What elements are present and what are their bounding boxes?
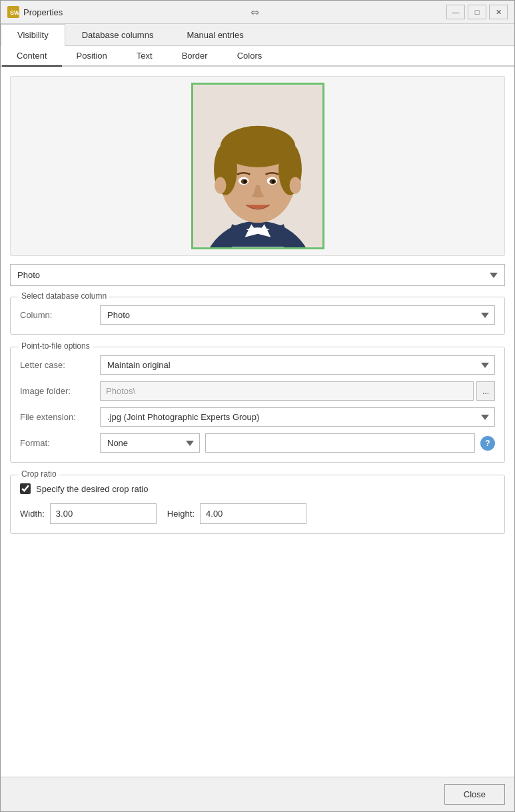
tab-border[interactable]: Border: [167, 46, 223, 67]
person-photo: [193, 83, 322, 249]
column-control: Photo: [100, 305, 495, 325]
file-extension-dropdown[interactable]: .jpg (Joint Photographic Experts Group) …: [100, 407, 495, 427]
svg-point-16: [215, 177, 226, 193]
title-bar-left: SW Properties: [7, 6, 63, 18]
properties-window: SW Properties ⇔ — □ ✕ Visibility Databas…: [0, 0, 515, 812]
tab-content[interactable]: Content: [2, 46, 62, 67]
image-folder-label: Image folder:: [20, 386, 100, 396]
footer: Close: [1, 777, 514, 811]
content-area: Photo Select database column Column: Pho…: [1, 67, 514, 777]
crop-ratio-section: Crop ratio Specify the desired crop rati…: [10, 475, 505, 534]
height-label: Height:: [167, 509, 195, 519]
help-icon[interactable]: ?: [480, 436, 495, 451]
point-to-file-label: Point-to-file options: [19, 341, 93, 351]
window-title: Properties: [23, 7, 63, 17]
photo-type-dropdown[interactable]: Photo: [10, 264, 505, 286]
db-column-section: Select database column Column: Photo: [10, 297, 505, 335]
tab-text[interactable]: Text: [122, 46, 167, 67]
crop-checkbox-label: Specify the desired crop ratio: [36, 484, 148, 494]
column-label: Column:: [20, 310, 100, 320]
letter-case-control: Maintain original Uppercase Lowercase: [100, 355, 495, 375]
image-folder-input[interactable]: [100, 381, 474, 401]
file-extension-row: File extension: .jpg (Joint Photographic…: [20, 407, 495, 427]
top-tab-bar: Visibility Database columns Manual entri…: [1, 24, 514, 46]
width-input[interactable]: [50, 503, 157, 524]
close-button[interactable]: Close: [444, 784, 505, 805]
title-move-area: ⇔: [63, 6, 446, 19]
height-input[interactable]: [200, 503, 306, 524]
height-group: Height:: [167, 503, 306, 524]
tab-top-database-columns[interactable]: Database columns: [65, 24, 171, 45]
letter-case-label: Letter case:: [20, 360, 100, 370]
image-folder-row: Image folder: ...: [20, 381, 495, 401]
content-spacer: [10, 542, 505, 767]
width-label: Width:: [20, 509, 45, 519]
db-column-section-label: Select database column: [19, 291, 109, 301]
close-window-button[interactable]: ✕: [489, 5, 508, 19]
maximize-button[interactable]: □: [468, 5, 486, 19]
tab-top-manual-entries[interactable]: Manual entries: [170, 24, 260, 45]
format-label: Format:: [20, 438, 100, 448]
browse-button[interactable]: ...: [476, 381, 495, 401]
tab-colors[interactable]: Colors: [223, 46, 277, 67]
svg-text:SW: SW: [10, 9, 19, 16]
crop-checkbox[interactable]: [20, 483, 31, 494]
file-extension-control: .jpg (Joint Photographic Experts Group) …: [100, 407, 495, 427]
crop-checkbox-row: Specify the desired crop ratio: [20, 483, 495, 494]
dimension-row: Width: Height:: [20, 503, 495, 524]
svg-point-14: [243, 180, 246, 183]
column-dropdown[interactable]: Photo: [100, 305, 495, 325]
svg-point-15: [272, 180, 274, 183]
tab-top-visibility[interactable]: Visibility: [1, 24, 65, 46]
bottom-tab-bar: Content Position Text Border Colors: [1, 46, 514, 67]
format-text-input[interactable]: [205, 433, 475, 453]
move-icon: ⇔: [251, 6, 259, 19]
letter-case-row: Letter case: Maintain original Uppercase…: [20, 355, 495, 375]
column-row: Column: Photo: [20, 305, 495, 325]
width-group: Width:: [20, 503, 157, 524]
minimize-button[interactable]: —: [446, 5, 465, 19]
format-control: None ?: [100, 433, 495, 453]
file-extension-label: File extension:: [20, 412, 100, 422]
format-row: Format: None ?: [20, 433, 495, 453]
point-to-file-section: Point-to-file options Letter case: Maint…: [10, 347, 505, 463]
photo-type-row: Photo: [10, 264, 505, 286]
photo-preview: [191, 83, 324, 249]
title-bar: SW Properties ⇔ — □ ✕: [1, 1, 514, 24]
format-dropdown[interactable]: None: [100, 433, 200, 453]
crop-ratio-label: Crop ratio: [19, 469, 59, 479]
svg-point-17: [289, 177, 300, 193]
app-icon: SW: [7, 6, 19, 18]
image-folder-control: ...: [100, 381, 495, 401]
title-controls: — □ ✕: [446, 5, 508, 19]
tab-position[interactable]: Position: [62, 46, 122, 67]
letter-case-dropdown[interactable]: Maintain original Uppercase Lowercase: [100, 355, 495, 375]
photo-preview-container: [10, 76, 505, 256]
